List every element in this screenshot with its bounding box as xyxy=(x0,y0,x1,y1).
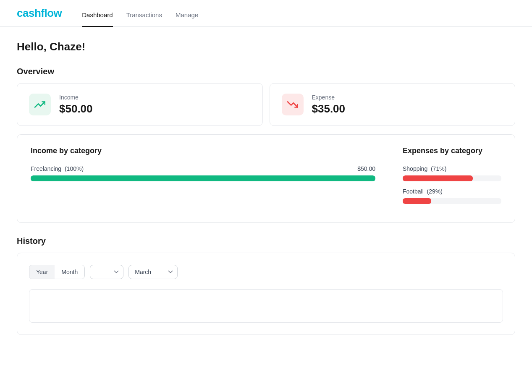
overview-cards: Income $50.00 Expense $35.00 xyxy=(17,83,515,126)
expense-card-icon xyxy=(282,94,304,115)
shopping-bar-track xyxy=(403,175,501,181)
history-filter-row: Year Month 2023 2024 January February Ma… xyxy=(29,265,503,279)
history-card: Year Month 2023 2024 January February Ma… xyxy=(17,253,515,335)
football-bar-track xyxy=(403,198,501,204)
expense-label: Expense xyxy=(312,94,346,101)
brand-logo: cashflow xyxy=(17,7,62,20)
expense-value: $35.00 xyxy=(312,102,346,115)
month-toggle-btn[interactable]: Month xyxy=(55,265,84,279)
history-section: History Year Month 2023 2024 January Feb… xyxy=(17,236,515,335)
trending-down-icon xyxy=(287,99,298,110)
income-value: $50.00 xyxy=(59,102,93,115)
history-section-title: History xyxy=(17,236,515,246)
shopping-bar-row: Shopping (71%) xyxy=(403,165,501,181)
nav-transactions[interactable]: Transactions xyxy=(126,11,162,27)
nav-manage[interactable]: Manage xyxy=(176,11,198,27)
income-category-title: Income by category xyxy=(31,146,375,155)
freelancing-value: $50.00 xyxy=(357,165,375,172)
football-label: Football (29%) xyxy=(403,188,443,195)
income-card-text: Income $50.00 xyxy=(59,94,93,115)
overview-section-title: Overview xyxy=(17,67,515,76)
year-toggle-btn[interactable]: Year xyxy=(29,265,55,279)
history-chart xyxy=(29,289,503,323)
freelancing-bar-track xyxy=(31,175,375,181)
greeting-heading: Hello, Chaze! xyxy=(17,40,515,53)
income-label: Income xyxy=(59,94,93,101)
year-select[interactable]: 2023 2024 xyxy=(90,265,123,279)
month-select[interactable]: January February March April May June Ju… xyxy=(128,265,178,279)
expense-card: Expense $35.00 xyxy=(270,83,516,126)
expenses-by-category-panel: Expenses by category Shopping (71%) Foot… xyxy=(389,135,515,222)
nav-dashboard[interactable]: Dashboard xyxy=(82,11,113,27)
freelancing-bar-fill xyxy=(31,175,375,181)
income-by-category-panel: Income by category Freelancing (100%) $5… xyxy=(17,135,389,222)
football-bar-row: Football (29%) xyxy=(403,188,501,204)
category-panels: Income by category Freelancing (100%) $5… xyxy=(17,134,515,223)
expense-card-text: Expense $35.00 xyxy=(312,94,346,115)
nav-links: Dashboard Transactions Manage xyxy=(82,0,198,27)
shopping-label: Shopping (71%) xyxy=(403,165,446,172)
navigation: cashflow Dashboard Transactions Manage xyxy=(0,0,532,27)
year-month-toggle: Year Month xyxy=(29,265,85,279)
shopping-bar-fill xyxy=(403,175,473,181)
income-card-icon xyxy=(29,94,51,115)
trending-up-icon xyxy=(34,99,45,110)
income-card: Income $50.00 xyxy=(17,83,263,126)
income-bar-row: Freelancing (100%) $50.00 xyxy=(31,165,375,181)
expenses-category-title: Expenses by category xyxy=(403,146,501,155)
freelancing-label: Freelancing (100%) xyxy=(31,165,84,172)
football-bar-fill xyxy=(403,198,431,204)
